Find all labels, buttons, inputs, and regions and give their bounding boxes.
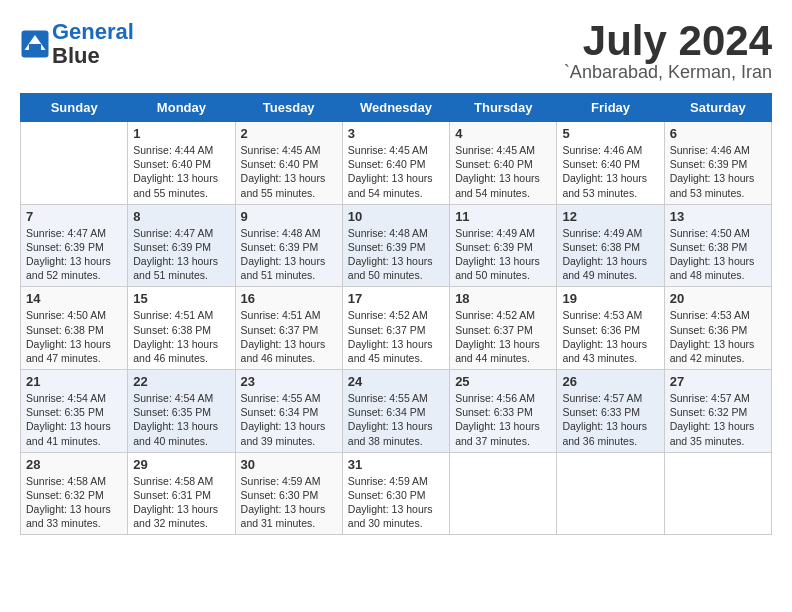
day-cell bbox=[21, 122, 128, 205]
day-cell: 12Sunrise: 4:49 AM Sunset: 6:38 PM Dayli… bbox=[557, 204, 664, 287]
day-number: 20 bbox=[670, 291, 766, 306]
day-number: 31 bbox=[348, 457, 444, 472]
day-cell: 23Sunrise: 4:55 AM Sunset: 6:34 PM Dayli… bbox=[235, 370, 342, 453]
day-info: Sunrise: 4:48 AM Sunset: 6:39 PM Dayligh… bbox=[348, 226, 444, 283]
day-cell: 17Sunrise: 4:52 AM Sunset: 6:37 PM Dayli… bbox=[342, 287, 449, 370]
day-number: 22 bbox=[133, 374, 229, 389]
day-info: Sunrise: 4:44 AM Sunset: 6:40 PM Dayligh… bbox=[133, 143, 229, 200]
day-number: 5 bbox=[562, 126, 658, 141]
weekday-header-monday: Monday bbox=[128, 94, 235, 122]
day-info: Sunrise: 4:45 AM Sunset: 6:40 PM Dayligh… bbox=[241, 143, 337, 200]
day-number: 6 bbox=[670, 126, 766, 141]
day-cell: 16Sunrise: 4:51 AM Sunset: 6:37 PM Dayli… bbox=[235, 287, 342, 370]
day-cell: 18Sunrise: 4:52 AM Sunset: 6:37 PM Dayli… bbox=[450, 287, 557, 370]
day-cell: 26Sunrise: 4:57 AM Sunset: 6:33 PM Dayli… bbox=[557, 370, 664, 453]
day-cell bbox=[664, 452, 771, 535]
day-info: Sunrise: 4:46 AM Sunset: 6:39 PM Dayligh… bbox=[670, 143, 766, 200]
calendar-table: SundayMondayTuesdayWednesdayThursdayFrid… bbox=[20, 93, 772, 535]
day-cell: 30Sunrise: 4:59 AM Sunset: 6:30 PM Dayli… bbox=[235, 452, 342, 535]
day-info: Sunrise: 4:50 AM Sunset: 6:38 PM Dayligh… bbox=[26, 308, 122, 365]
day-info: Sunrise: 4:55 AM Sunset: 6:34 PM Dayligh… bbox=[241, 391, 337, 448]
day-cell: 7Sunrise: 4:47 AM Sunset: 6:39 PM Daylig… bbox=[21, 204, 128, 287]
day-info: Sunrise: 4:58 AM Sunset: 6:31 PM Dayligh… bbox=[133, 474, 229, 531]
day-info: Sunrise: 4:51 AM Sunset: 6:38 PM Dayligh… bbox=[133, 308, 229, 365]
weekday-header-sunday: Sunday bbox=[21, 94, 128, 122]
week-row-0: 1Sunrise: 4:44 AM Sunset: 6:40 PM Daylig… bbox=[21, 122, 772, 205]
day-cell: 27Sunrise: 4:57 AM Sunset: 6:32 PM Dayli… bbox=[664, 370, 771, 453]
day-cell: 1Sunrise: 4:44 AM Sunset: 6:40 PM Daylig… bbox=[128, 122, 235, 205]
month-title: July 2024 bbox=[564, 20, 772, 62]
day-number: 23 bbox=[241, 374, 337, 389]
day-number: 8 bbox=[133, 209, 229, 224]
day-info: Sunrise: 4:58 AM Sunset: 6:32 PM Dayligh… bbox=[26, 474, 122, 531]
day-cell: 15Sunrise: 4:51 AM Sunset: 6:38 PM Dayli… bbox=[128, 287, 235, 370]
day-number: 15 bbox=[133, 291, 229, 306]
day-info: Sunrise: 4:49 AM Sunset: 6:38 PM Dayligh… bbox=[562, 226, 658, 283]
week-row-1: 7Sunrise: 4:47 AM Sunset: 6:39 PM Daylig… bbox=[21, 204, 772, 287]
day-cell: 14Sunrise: 4:50 AM Sunset: 6:38 PM Dayli… bbox=[21, 287, 128, 370]
logo-line1: General bbox=[52, 19, 134, 44]
day-info: Sunrise: 4:59 AM Sunset: 6:30 PM Dayligh… bbox=[348, 474, 444, 531]
day-number: 10 bbox=[348, 209, 444, 224]
day-number: 25 bbox=[455, 374, 551, 389]
day-number: 19 bbox=[562, 291, 658, 306]
day-info: Sunrise: 4:59 AM Sunset: 6:30 PM Dayligh… bbox=[241, 474, 337, 531]
logo: General Blue bbox=[20, 20, 134, 68]
day-info: Sunrise: 4:55 AM Sunset: 6:34 PM Dayligh… bbox=[348, 391, 444, 448]
day-info: Sunrise: 4:45 AM Sunset: 6:40 PM Dayligh… bbox=[455, 143, 551, 200]
day-number: 7 bbox=[26, 209, 122, 224]
day-info: Sunrise: 4:56 AM Sunset: 6:33 PM Dayligh… bbox=[455, 391, 551, 448]
day-info: Sunrise: 4:57 AM Sunset: 6:33 PM Dayligh… bbox=[562, 391, 658, 448]
day-info: Sunrise: 4:52 AM Sunset: 6:37 PM Dayligh… bbox=[348, 308, 444, 365]
day-cell: 4Sunrise: 4:45 AM Sunset: 6:40 PM Daylig… bbox=[450, 122, 557, 205]
weekday-header-wednesday: Wednesday bbox=[342, 94, 449, 122]
location: `Anbarabad, Kerman, Iran bbox=[564, 62, 772, 83]
day-info: Sunrise: 4:50 AM Sunset: 6:38 PM Dayligh… bbox=[670, 226, 766, 283]
day-cell: 11Sunrise: 4:49 AM Sunset: 6:39 PM Dayli… bbox=[450, 204, 557, 287]
logo-icon bbox=[20, 29, 50, 59]
day-info: Sunrise: 4:57 AM Sunset: 6:32 PM Dayligh… bbox=[670, 391, 766, 448]
day-cell bbox=[450, 452, 557, 535]
day-cell: 21Sunrise: 4:54 AM Sunset: 6:35 PM Dayli… bbox=[21, 370, 128, 453]
day-cell: 6Sunrise: 4:46 AM Sunset: 6:39 PM Daylig… bbox=[664, 122, 771, 205]
weekday-header-friday: Friday bbox=[557, 94, 664, 122]
day-info: Sunrise: 4:49 AM Sunset: 6:39 PM Dayligh… bbox=[455, 226, 551, 283]
day-number: 26 bbox=[562, 374, 658, 389]
day-number: 28 bbox=[26, 457, 122, 472]
weekday-header-thursday: Thursday bbox=[450, 94, 557, 122]
day-cell: 20Sunrise: 4:53 AM Sunset: 6:36 PM Dayli… bbox=[664, 287, 771, 370]
day-cell: 8Sunrise: 4:47 AM Sunset: 6:39 PM Daylig… bbox=[128, 204, 235, 287]
day-cell: 29Sunrise: 4:58 AM Sunset: 6:31 PM Dayli… bbox=[128, 452, 235, 535]
day-info: Sunrise: 4:46 AM Sunset: 6:40 PM Dayligh… bbox=[562, 143, 658, 200]
week-row-3: 21Sunrise: 4:54 AM Sunset: 6:35 PM Dayli… bbox=[21, 370, 772, 453]
day-number: 18 bbox=[455, 291, 551, 306]
day-cell: 9Sunrise: 4:48 AM Sunset: 6:39 PM Daylig… bbox=[235, 204, 342, 287]
day-number: 3 bbox=[348, 126, 444, 141]
day-number: 29 bbox=[133, 457, 229, 472]
day-number: 12 bbox=[562, 209, 658, 224]
day-number: 21 bbox=[26, 374, 122, 389]
day-info: Sunrise: 4:54 AM Sunset: 6:35 PM Dayligh… bbox=[26, 391, 122, 448]
day-info: Sunrise: 4:51 AM Sunset: 6:37 PM Dayligh… bbox=[241, 308, 337, 365]
svg-rect-2 bbox=[29, 44, 41, 53]
day-info: Sunrise: 4:52 AM Sunset: 6:37 PM Dayligh… bbox=[455, 308, 551, 365]
day-cell: 10Sunrise: 4:48 AM Sunset: 6:39 PM Dayli… bbox=[342, 204, 449, 287]
day-number: 13 bbox=[670, 209, 766, 224]
day-info: Sunrise: 4:54 AM Sunset: 6:35 PM Dayligh… bbox=[133, 391, 229, 448]
page-header: General Blue July 2024 `Anbarabad, Kerma… bbox=[20, 20, 772, 83]
day-number: 27 bbox=[670, 374, 766, 389]
day-cell: 24Sunrise: 4:55 AM Sunset: 6:34 PM Dayli… bbox=[342, 370, 449, 453]
day-cell: 31Sunrise: 4:59 AM Sunset: 6:30 PM Dayli… bbox=[342, 452, 449, 535]
day-number: 2 bbox=[241, 126, 337, 141]
weekday-header-row: SundayMondayTuesdayWednesdayThursdayFrid… bbox=[21, 94, 772, 122]
day-cell: 28Sunrise: 4:58 AM Sunset: 6:32 PM Dayli… bbox=[21, 452, 128, 535]
day-info: Sunrise: 4:53 AM Sunset: 6:36 PM Dayligh… bbox=[562, 308, 658, 365]
day-cell: 5Sunrise: 4:46 AM Sunset: 6:40 PM Daylig… bbox=[557, 122, 664, 205]
day-info: Sunrise: 4:47 AM Sunset: 6:39 PM Dayligh… bbox=[133, 226, 229, 283]
day-number: 17 bbox=[348, 291, 444, 306]
weekday-header-tuesday: Tuesday bbox=[235, 94, 342, 122]
day-number: 24 bbox=[348, 374, 444, 389]
day-number: 11 bbox=[455, 209, 551, 224]
day-info: Sunrise: 4:47 AM Sunset: 6:39 PM Dayligh… bbox=[26, 226, 122, 283]
day-cell: 19Sunrise: 4:53 AM Sunset: 6:36 PM Dayli… bbox=[557, 287, 664, 370]
